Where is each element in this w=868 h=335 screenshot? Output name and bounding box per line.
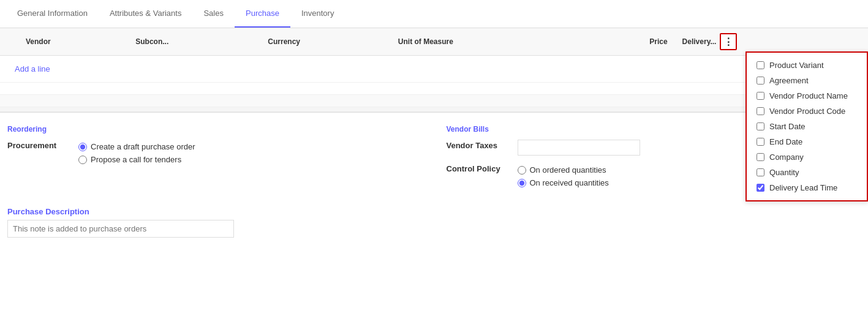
- control-policy-radio-label-ordered: On ordered quantities: [530, 165, 606, 175]
- purchase-description-input[interactable]: [7, 220, 234, 238]
- th-subcon: Subcon...: [128, 28, 260, 56]
- control-policy-option-received[interactable]: On received quantities: [518, 178, 609, 187]
- th-uom: Unit of Measure: [391, 28, 584, 56]
- th-price: Price: [584, 28, 675, 56]
- dropdown-item-start_date[interactable]: Start Date: [747, 119, 867, 134]
- tab-attributes[interactable]: Attributes & Variants: [99, 0, 193, 28]
- th-vendor: Vendor: [18, 28, 128, 56]
- dropdown-checkbox-company[interactable]: [757, 153, 764, 161]
- dropdown-item-product_variant[interactable]: Product Variant: [747, 58, 867, 73]
- dropdown-checkbox-product_variant[interactable]: [757, 61, 764, 69]
- dropdown-item-quantity[interactable]: Quantity: [747, 165, 867, 180]
- procurement-radio-draft[interactable]: [78, 143, 87, 151]
- control-policy-radio-group: On ordered quantitiesOn received quantit…: [518, 165, 609, 187]
- procurement-row: Procurement Create a draft purchase orde…: [7, 140, 422, 164]
- dropdown-label-start_date: Start Date: [769, 122, 806, 131]
- control-policy-radio-ordered[interactable]: [518, 166, 526, 175]
- procurement-option-draft[interactable]: Create a draft purchase order: [78, 142, 195, 151]
- dropdown-label-delivery_lead_time: Delivery Lead Time: [769, 183, 837, 192]
- procurement-radio-tenders[interactable]: [78, 156, 87, 164]
- dropdown-label-end_date: End Date: [769, 137, 802, 146]
- dropdown-item-vendor_product_code[interactable]: Vendor Product Code: [747, 104, 867, 119]
- tab-sales[interactable]: Sales: [192, 0, 235, 28]
- dropdown-label-agreement: Agreement: [769, 76, 809, 85]
- horizontal-scrollbar[interactable]: [0, 107, 868, 112]
- th-checkbox: [0, 28, 18, 56]
- column-options-button[interactable]: ⋮: [720, 33, 737, 50]
- procurement-radio-label-draft: Create a draft purchase order: [91, 142, 195, 151]
- procurement-radio-group: Create a draft purchase orderPropose a c…: [78, 142, 195, 164]
- dropdown-label-vendor_product_name: Vendor Product Name: [769, 91, 848, 100]
- dropdown-checkbox-start_date[interactable]: [757, 122, 764, 130]
- dropdown-label-vendor_product_code: Vendor Product Code: [769, 107, 845, 116]
- control-policy-radio-received[interactable]: [518, 179, 526, 187]
- dropdown-checkbox-quantity[interactable]: [757, 168, 764, 176]
- dropdown-checkbox-end_date[interactable]: [757, 138, 764, 146]
- dropdown-item-company[interactable]: Company: [747, 149, 867, 165]
- dropdown-checkbox-delivery_lead_time[interactable]: [757, 184, 764, 192]
- procurement-radio-label-tenders: Propose a call for tenders: [91, 155, 181, 164]
- main-content: VendorSubcon...CurrencyUnit of MeasurePr…: [0, 28, 868, 238]
- bottom-section: Reordering Procurement Create a draft pu…: [0, 113, 868, 201]
- control-policy-option-ordered[interactable]: On ordered quantities: [518, 165, 609, 175]
- tab-purchase[interactable]: Purchase: [235, 0, 290, 28]
- dropdown-item-agreement[interactable]: Agreement: [747, 73, 867, 88]
- control-policy-radio-label-received: On received quantities: [530, 178, 609, 187]
- purchase-description-section: Purchase Description: [0, 201, 868, 238]
- dropdown-checkbox-agreement[interactable]: [757, 77, 764, 85]
- reordering-title: Reordering: [7, 125, 422, 134]
- reordering-section: Reordering Procurement Create a draft pu…: [7, 125, 422, 195]
- dropdown-label-quantity: Quantity: [769, 168, 799, 177]
- purchase-description-label: Purchase Description: [7, 207, 861, 216]
- dropdown-label-company: Company: [769, 152, 804, 162]
- vendor-taxes-label: Vendor Taxes: [447, 140, 508, 150]
- delivery-th-label: Delivery...: [682, 37, 717, 46]
- tab-inventory[interactable]: Inventory: [290, 0, 345, 28]
- delivery-th-wrapper: Delivery...⋮: [682, 33, 861, 50]
- vendor-taxes-input[interactable]: [518, 140, 640, 156]
- dropdown-item-vendor_product_name[interactable]: Vendor Product Name: [747, 88, 867, 104]
- tab-general[interactable]: General Information: [6, 0, 99, 28]
- th-currency: Currency: [260, 28, 390, 56]
- dropdown-label-product_variant: Product Variant: [769, 61, 824, 70]
- dropdown-checkbox-vendor_product_code[interactable]: [757, 107, 764, 115]
- vendor-table-wrapper: VendorSubcon...CurrencyUnit of MeasurePr…: [0, 28, 868, 113]
- procurement-option-tenders[interactable]: Propose a call for tenders: [78, 155, 195, 164]
- tab-bar: General InformationAttributes & Variants…: [0, 0, 868, 28]
- dropdown-item-end_date[interactable]: End Date: [747, 134, 867, 149]
- vendor-table: VendorSubcon...CurrencyUnit of MeasurePr…: [0, 28, 868, 107]
- control-policy-label: Control Policy: [447, 163, 508, 173]
- dropdown-item-delivery_lead_time[interactable]: Delivery Lead Time: [747, 180, 867, 195]
- column-options-dropdown: Product VariantAgreementVendor Product N…: [745, 51, 868, 201]
- add-line-button[interactable]: Add a line: [7, 61, 861, 77]
- procurement-label: Procurement: [7, 140, 69, 150]
- dropdown-checkbox-vendor_product_name[interactable]: [757, 92, 764, 100]
